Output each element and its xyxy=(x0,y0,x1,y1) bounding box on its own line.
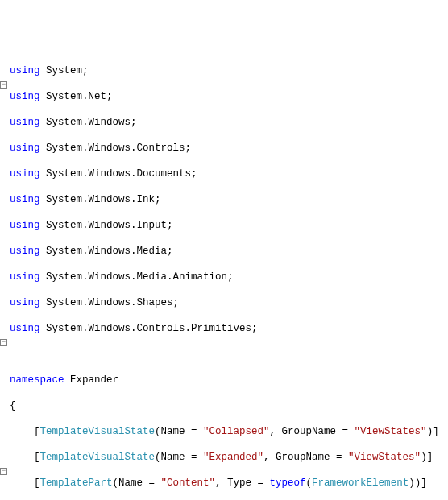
text: (Name = xyxy=(113,477,161,489)
fold-toggle-icon[interactable]: − xyxy=(0,339,7,346)
text: , GroupName = xyxy=(263,452,348,463)
text: ))] xyxy=(409,477,427,489)
namespace: System.Net xyxy=(46,91,106,102)
namespace: System.Windows.Controls xyxy=(46,143,185,154)
keyword: using xyxy=(10,91,40,102)
code-line[interactable]: using System.Windows.Media; xyxy=(10,245,448,258)
fold-toggle-icon[interactable]: − xyxy=(0,81,7,89)
text: (Name = xyxy=(155,426,203,437)
text: )] xyxy=(427,426,439,437)
keyword: using xyxy=(10,117,40,128)
namespace: System.Windows.Shapes xyxy=(46,297,173,308)
keyword: typeof xyxy=(270,477,306,489)
keyword: using xyxy=(10,220,40,231)
namespace: System.Windows xyxy=(46,117,131,128)
code-editor[interactable]: − − − using System; using System.Net; us… xyxy=(0,52,448,500)
string: "Collapsed" xyxy=(203,426,270,437)
code-line[interactable]: using System.Windows; xyxy=(10,116,448,129)
namespace: System.Windows.Media xyxy=(46,246,167,257)
blank-line[interactable] xyxy=(10,348,448,361)
code-line[interactable]: [TemplateVisualState(Name = "Expanded", … xyxy=(10,451,448,464)
string: "ViewStates" xyxy=(355,426,427,437)
type: TemplatePart xyxy=(40,477,113,489)
keyword: using xyxy=(10,271,40,283)
namespace: System.Windows.Input xyxy=(46,220,167,231)
fold-toggle-icon[interactable]: − xyxy=(0,468,7,475)
brace: { xyxy=(10,400,16,411)
code-line[interactable]: using System.Windows.Shapes; xyxy=(10,296,448,309)
code-line[interactable]: using System.Windows.Input; xyxy=(10,219,448,232)
code-area[interactable]: using System; using System.Net; using Sy… xyxy=(8,52,448,500)
text: )] xyxy=(421,452,433,463)
keyword: using xyxy=(10,143,40,154)
string: "Content" xyxy=(161,477,216,489)
namespace: System.Windows.Ink xyxy=(46,194,155,205)
code-line[interactable]: namespace Expander xyxy=(10,374,448,386)
code-line[interactable]: using System.Windows.Ink; xyxy=(10,193,448,206)
code-line[interactable]: using System.Windows.Documents; xyxy=(10,167,448,180)
text: (Name = xyxy=(155,452,203,463)
string: "ViewStates" xyxy=(348,452,421,463)
ns-name: Expander xyxy=(64,374,119,386)
keyword: using xyxy=(10,297,40,308)
keyword: using xyxy=(10,168,40,180)
namespace: System xyxy=(46,65,82,76)
keyword: using xyxy=(10,194,40,205)
keyword: using xyxy=(10,246,40,257)
code-line[interactable]: using System.Windows.Controls; xyxy=(10,142,448,155)
type: FrameworkElement xyxy=(312,477,409,489)
text: ( xyxy=(306,477,313,489)
namespace: System.Windows.Media.Animation xyxy=(46,271,227,283)
code-line[interactable]: [TemplateVisualState(Name = "Collapsed",… xyxy=(10,425,448,438)
code-line[interactable]: using System.Windows.Controls.Primitives… xyxy=(10,322,448,335)
text: , Type = xyxy=(215,477,270,489)
fold-gutter: − − − xyxy=(0,52,8,500)
code-line[interactable]: [TemplatePart(Name = "Content", Type = t… xyxy=(10,477,448,490)
code-line[interactable]: using System; xyxy=(10,64,448,77)
type: TemplateVisualState xyxy=(40,426,156,437)
keyword: using xyxy=(10,65,40,76)
namespace: System.Windows.Documents xyxy=(46,168,191,180)
namespace: System.Windows.Controls.Primitives xyxy=(46,323,251,334)
code-line[interactable]: using System.Windows.Media.Animation; xyxy=(10,271,448,283)
keyword: using xyxy=(10,323,40,334)
code-line[interactable]: { xyxy=(10,399,448,412)
keyword: namespace xyxy=(10,374,64,386)
string: "Expanded" xyxy=(203,452,263,463)
text: , GroupName = xyxy=(270,426,355,437)
code-line[interactable]: using System.Net; xyxy=(10,90,448,103)
type: TemplateVisualState xyxy=(40,452,156,463)
